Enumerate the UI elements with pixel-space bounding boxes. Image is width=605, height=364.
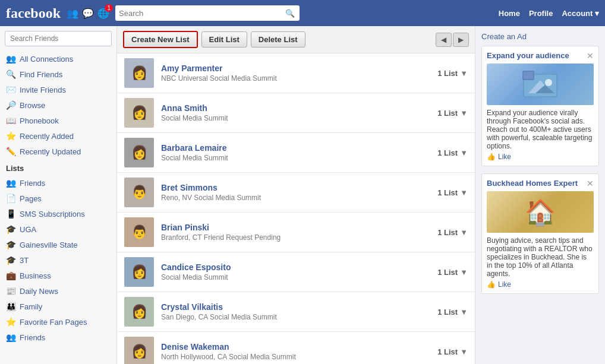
profile-nav-link[interactable]: Profile <box>529 9 553 18</box>
list-dropdown-icon: ▼ <box>460 308 468 316</box>
delete-list-button[interactable]: Delete List <box>251 31 305 48</box>
sidebar-item-phonebook[interactable]: 📖 Phonebook <box>0 113 116 128</box>
avatar: 👩 <box>124 257 154 287</box>
friend-info: Crystal Vilkaitis San Diego, CA Social M… <box>161 302 431 321</box>
friend-subtitle: San Diego, CA Social Media Summit <box>161 313 431 321</box>
list-count: 1 List <box>437 69 458 78</box>
search-submit-icon[interactable]: 🔍 <box>285 9 295 18</box>
ad-like-button[interactable]: 👍 Like <box>487 280 594 289</box>
sidebar-item-all-connections[interactable]: 👥 All Connections <box>0 51 116 67</box>
ad-close-icon[interactable]: ✕ <box>587 179 594 188</box>
ad-like-button[interactable]: 👍 Like <box>487 153 594 161</box>
top-navigation: facebook 👥 💬 🌐 1 🔍 Home Profile Account … <box>0 0 605 26</box>
sidebar-item-recently-updated[interactable]: ✏️ Recently Updated <box>0 144 116 159</box>
recently-added-icon: ⭐ <box>6 131 15 141</box>
edit-list-button[interactable]: Edit List <box>201 31 247 48</box>
friend-list-badge[interactable]: 1 List ▼ <box>437 109 468 118</box>
friend-subtitle: Social Media Summit <box>161 273 431 281</box>
sidebar-item-uga[interactable]: 🎓 UGA <box>0 221 116 237</box>
list-dropdown-icon: ▼ <box>460 69 468 78</box>
search-input[interactable] <box>119 9 285 18</box>
sidebar-item-friends2[interactable]: 👥 Friends <box>0 330 116 345</box>
friend-list: 👩 Amy Parmenter NBC Universal Social Med… <box>117 53 475 364</box>
recently-updated-icon: ✏️ <box>6 147 15 156</box>
ad-close-icon[interactable]: ✕ <box>587 51 594 61</box>
svg-rect-5 <box>524 72 533 79</box>
sidebar-item-label: All Connections <box>20 55 73 64</box>
friend-info: Anna Smith Social Media Summit <box>161 103 431 122</box>
phonebook-icon: 📖 <box>6 116 15 125</box>
friend-list-badge[interactable]: 1 List ▼ <box>437 148 468 157</box>
friend-name: Denise Wakeman <box>161 342 431 352</box>
sidebar-item-friends[interactable]: 👥 Friends <box>0 175 116 191</box>
friend-subtitle: North Hollywood, CA Social Media Summit <box>161 353 431 361</box>
like-label: Like <box>498 153 511 161</box>
search-friends-input[interactable] <box>5 31 112 46</box>
notification-badge: 1 <box>105 4 113 12</box>
thumbs-up-icon: 👍 <box>487 280 496 289</box>
friends2-icon: 👥 <box>6 333 15 342</box>
sidebar-item-gainesville[interactable]: 🎓 Gainesville State <box>0 237 116 252</box>
sidebar-item-label: Friends <box>20 179 45 188</box>
table-row[interactable]: 👩 Candice Esposito Social Media Summit 1… <box>117 252 475 292</box>
sidebar-item-browse[interactable]: 🔎 Browse <box>0 97 116 113</box>
table-row[interactable]: 👩 Amy Parmenter NBC Universal Social Med… <box>117 53 475 93</box>
account-nav-button[interactable]: Account ▾ <box>562 9 599 18</box>
next-arrow-button[interactable]: ▶ <box>453 33 469 47</box>
table-row[interactable]: 👩 Anna Smith Social Media Summit 1 List … <box>117 93 475 133</box>
home-nav-link[interactable]: Home <box>499 9 520 18</box>
table-row[interactable]: 👩 Crystal Vilkaitis San Diego, CA Social… <box>117 292 475 332</box>
sidebar-item-business[interactable]: 💼 Business <box>0 268 116 283</box>
sidebar-item-sms-subscriptions[interactable]: 📱 SMS Subscriptions <box>0 206 116 221</box>
list-dropdown-icon: ▼ <box>460 347 468 356</box>
create-ad-link[interactable]: Create an Ad <box>481 32 599 41</box>
sidebar-item-invite-friends[interactable]: ✉️ Invite Friends <box>0 82 116 97</box>
avatar: 👩 <box>124 58 154 88</box>
friend-info: Bret Simmons Reno, NV Social Media Summi… <box>161 183 431 202</box>
friend-list-badge[interactable]: 1 List ▼ <box>437 69 468 78</box>
avatar: 👨 <box>124 178 154 207</box>
friend-name: Amy Parmenter <box>161 64 431 73</box>
friend-list-badge[interactable]: 1 List ▼ <box>437 228 468 237</box>
sidebar-item-daily-news[interactable]: 📰 Daily News <box>0 283 116 299</box>
sidebar-item-3t[interactable]: 🎓 3T <box>0 252 116 268</box>
main-layout: 👥 All Connections 🔍 Find Friends ✉️ Invi… <box>0 26 605 364</box>
avatar: 👨 <box>124 217 154 247</box>
ad-title: Buckhead Homes Expert <box>487 179 594 188</box>
sidebar-item-label: Business <box>20 271 51 280</box>
list-count: 1 List <box>437 347 458 356</box>
messages-icon[interactable]: 💬 <box>82 8 94 19</box>
sidebar-item-favorite-fan-pages[interactable]: ⭐ Favorite Fan Pages <box>0 314 116 330</box>
friend-info: Candice Esposito Social Media Summit <box>161 262 431 281</box>
create-new-list-button[interactable]: Create New List <box>123 31 198 48</box>
friend-list-badge[interactable]: 1 List ▼ <box>437 347 468 356</box>
friend-name: Bret Simmons <box>161 183 431 192</box>
sidebar-item-label: Daily News <box>20 287 58 296</box>
sidebar-item-label: 3T <box>20 256 29 265</box>
nav-right-links: Home Profile Account ▾ <box>499 9 599 18</box>
notifications-icon[interactable]: 🌐 1 <box>97 8 109 19</box>
thumbs-up-icon: 👍 <box>487 153 496 161</box>
like-label: Like <box>498 280 511 289</box>
uga-icon: 🎓 <box>6 224 15 234</box>
friends-list-icon: 👥 <box>6 178 15 188</box>
avatar: 👩 <box>124 337 154 364</box>
sidebar-item-recently-added[interactable]: ⭐ Recently Added <box>0 128 116 144</box>
friend-info: Barbara Lemaire Social Media Summit <box>161 143 431 162</box>
list-dropdown-icon: ▼ <box>460 228 468 237</box>
table-row[interactable]: 👨 Bret Simmons Reno, NV Social Media Sum… <box>117 173 475 213</box>
sidebar-item-label: Recently Updated <box>20 147 81 156</box>
gainesville-icon: 🎓 <box>6 240 15 249</box>
prev-arrow-button[interactable]: ◀ <box>436 33 452 47</box>
list-dropdown-icon: ▼ <box>460 188 468 197</box>
friend-list-badge[interactable]: 1 List ▼ <box>437 268 468 277</box>
table-row[interactable]: 👩 Barbara Lemaire Social Media Summit 1 … <box>117 133 475 173</box>
friend-list-badge[interactable]: 1 List ▼ <box>437 308 468 316</box>
sidebar-item-family[interactable]: 👪 Family <box>0 299 116 314</box>
table-row[interactable]: 👨 Brian Pinski Branford, CT Friend Reque… <box>117 213 475 252</box>
table-row[interactable]: 👩 Denise Wakeman North Hollywood, CA Soc… <box>117 332 475 364</box>
sidebar-item-pages[interactable]: 📄 Pages <box>0 191 116 206</box>
sidebar-item-find-friends[interactable]: 🔍 Find Friends <box>0 67 116 82</box>
friend-list-badge[interactable]: 1 List ▼ <box>437 188 468 197</box>
friends-request-icon[interactable]: 👥 <box>67 8 78 19</box>
